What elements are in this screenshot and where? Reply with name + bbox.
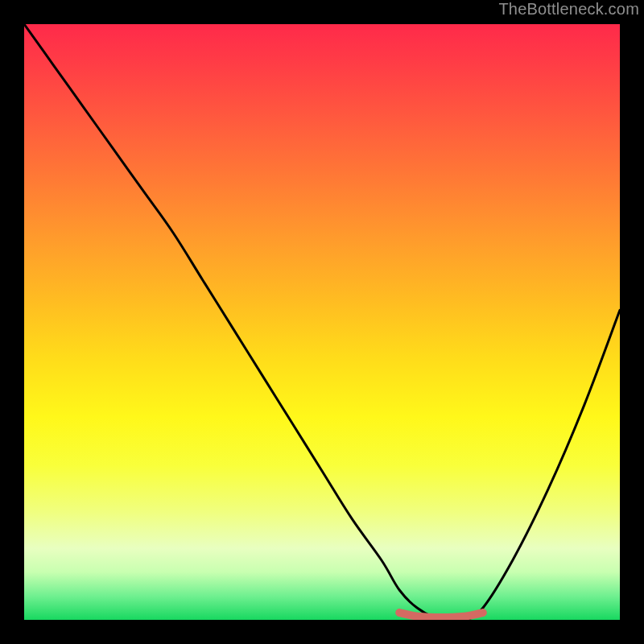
chart-frame: TheBottleneck.com	[0, 0, 644, 644]
plot-area	[24, 24, 620, 620]
watermark-text: TheBottleneck.com	[498, 0, 639, 19]
target-flat-segment	[399, 613, 483, 617]
chart-svg	[24, 24, 620, 620]
bottleneck-curve	[24, 24, 620, 620]
